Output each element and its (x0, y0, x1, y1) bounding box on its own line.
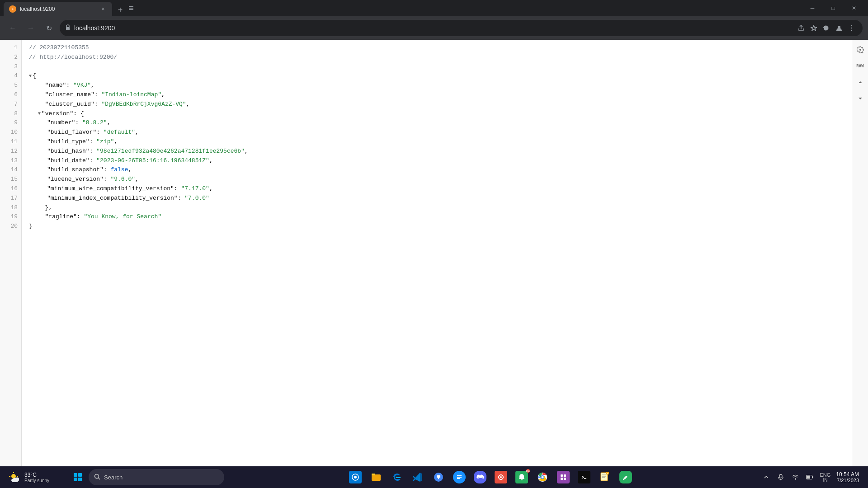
json-line-5: "name" : "VKJ" , (38, 81, 844, 90)
svg-point-7 (851, 25, 852, 26)
line-num-1: 1 (0, 43, 21, 53)
svg-point-8 (851, 28, 852, 28)
collapse-root-arrow[interactable]: ▼ (29, 73, 32, 80)
svg-rect-23 (372, 474, 375, 475)
svg-rect-47 (807, 476, 810, 479)
json-line-4: ▼ { (29, 71, 844, 81)
taskbar-app-terminal[interactable] (574, 467, 594, 487)
taskbar-app-chrome-remote[interactable] (429, 467, 448, 487)
line-num-3: 3 (0, 62, 21, 72)
bookmark-button[interactable] (808, 23, 819, 33)
share-button[interactable] (796, 23, 807, 33)
taskbar-app-file-explorer[interactable] (366, 467, 386, 487)
system-tray: ENG IN 10:54 AM 7/21/2023 (756, 471, 864, 483)
taskbar-app-notif[interactable]: 84 (512, 467, 532, 487)
taskbar-app-extra1[interactable] (553, 467, 573, 487)
svg-point-21 (354, 476, 357, 479)
forward-button[interactable]: → (24, 21, 38, 35)
tab-list-button[interactable] (127, 1, 136, 15)
svg-point-25 (500, 476, 502, 478)
line-num-7: 7 (0, 100, 21, 109)
svg-rect-34 (564, 478, 566, 480)
tray-chevron-icon[interactable] (760, 471, 773, 483)
language-indicator[interactable]: ENG IN (818, 472, 832, 483)
json-line-18: }, (38, 203, 844, 213)
maximize-button[interactable]: □ (823, 1, 844, 15)
tab-title: localhost:9200 (20, 6, 96, 12)
active-tab[interactable]: localhost:9200 × (4, 2, 112, 16)
profile-button[interactable] (834, 23, 844, 33)
line-num-15: 15 (0, 175, 21, 184)
svg-rect-32 (564, 474, 566, 477)
battery-icon[interactable] (803, 471, 816, 483)
json-line-11: "build_type" : "zip" , (29, 137, 844, 147)
chrome-icon (536, 471, 549, 483)
wifi-icon[interactable] (789, 471, 802, 483)
json-line-10: "build_flavor" : "default" , (29, 128, 844, 137)
raw-button[interactable]: RAW (854, 60, 867, 72)
scroll-up-icon[interactable] (854, 76, 867, 89)
start-button[interactable] (69, 468, 87, 486)
green-app-icon (619, 471, 632, 483)
new-tab-button[interactable]: + (114, 4, 127, 16)
extensions-button[interactable] (821, 23, 832, 33)
window-controls: ─ □ ✕ (802, 1, 864, 15)
json-line-14: "build_snapshot" : false , (29, 165, 844, 175)
json-line-16: "minimum_wire_compatibility_version" : "… (29, 184, 844, 194)
taskbar-app-notepad[interactable] (595, 467, 615, 487)
svg-rect-43 (779, 474, 782, 478)
microphone-icon[interactable] (774, 471, 787, 483)
taskbar-app-chrome[interactable] (533, 467, 552, 487)
notepad-icon (599, 471, 611, 483)
json-line-20: } (29, 222, 844, 231)
line-num-12: 12 (0, 147, 21, 156)
json-line-13: "build_date" : "2023-06-26T05:16:16.1963… (29, 156, 844, 166)
svg-rect-1 (129, 6, 133, 7)
taskbar-search-bar[interactable]: Search (89, 469, 224, 485)
taskbar-app-green[interactable] (616, 467, 636, 487)
json-line-2: // http://localhost:9200/ (29, 53, 844, 62)
clock-time: 10:54 AM (836, 471, 859, 478)
json-line-3 (29, 62, 844, 72)
svg-rect-22 (372, 474, 381, 481)
taskbar-app-discord[interactable] (470, 467, 490, 487)
taskbar-app-edge[interactable] (387, 467, 407, 487)
json-line-19: "tagline" : "You Know, for Search" (38, 212, 844, 222)
json-line-9: "number" : "8.8.2" , (29, 118, 844, 128)
tab-bar: localhost:9200 × + (4, 0, 127, 16)
discord-icon (474, 471, 486, 483)
svg-point-9 (851, 30, 852, 31)
address-bar[interactable]: localhost:9200 (60, 20, 863, 36)
taskbar-app-blue[interactable] (449, 467, 469, 487)
reload-button[interactable]: ↻ (42, 21, 56, 35)
minimize-button[interactable]: ─ (802, 1, 823, 15)
taskbar-app-red[interactable] (491, 467, 511, 487)
line-num-6: 6 (0, 90, 21, 100)
settings-icon[interactable] (854, 43, 867, 56)
cortana-icon (349, 471, 362, 483)
line-num-14: 14 (0, 165, 21, 175)
taskbar-weather[interactable]: 33°C Partly sunny (4, 470, 67, 484)
json-line-6: "cluster_name" : "Indian-loincMap" , (38, 90, 844, 100)
collapse-version-arrow[interactable]: ▼ (38, 110, 41, 117)
json-viewer-sidebar: RAW (852, 40, 868, 466)
svg-point-16 (11, 479, 16, 482)
taskbar-app-cortana[interactable] (345, 467, 365, 487)
security-icon (65, 24, 71, 32)
menu-button[interactable] (846, 23, 857, 33)
line-num-19: 19 (0, 212, 21, 222)
svg-rect-48 (812, 476, 813, 478)
tab-close-button[interactable]: × (99, 5, 107, 13)
windows-logo-icon (74, 473, 82, 481)
system-clock[interactable]: 10:54 AM 7/21/2023 (834, 471, 861, 483)
svg-point-17 (15, 478, 19, 481)
close-window-button[interactable]: ✕ (844, 1, 864, 15)
back-button[interactable]: ← (5, 21, 20, 35)
navigation-bar: ← → ↻ localhost:9200 (0, 16, 868, 40)
taskbar-apps: 84 (226, 467, 755, 487)
scroll-down-icon[interactable] (854, 92, 867, 105)
taskbar-app-vscode[interactable] (408, 467, 428, 487)
purple-app-icon (557, 471, 570, 483)
line-num-13: 13 (0, 156, 21, 166)
line-numbers: 1 2 3 4 5 6 7 8 9 10 11 12 13 14 15 16 1… (0, 40, 22, 466)
